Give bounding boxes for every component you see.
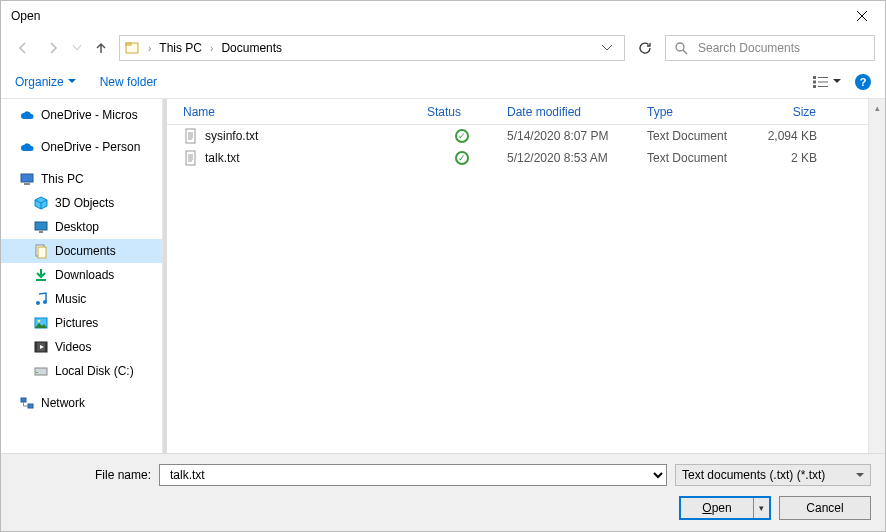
search-box[interactable] — [665, 35, 875, 61]
close-button[interactable] — [839, 1, 885, 31]
column-date[interactable]: Date modified — [497, 105, 637, 119]
command-bar: Organize New folder ? — [1, 65, 885, 99]
scroll-up-icon[interactable]: ▴ — [869, 99, 885, 116]
file-row[interactable]: sysinfo.txt✓5/14/2020 8:07 PMText Docume… — [167, 125, 885, 147]
file-name: talk.txt — [205, 151, 240, 165]
organize-label: Organize — [15, 75, 64, 89]
file-type: Text Document — [637, 129, 757, 143]
vertical-scrollbar[interactable]: ▴ — [868, 99, 885, 453]
close-icon — [857, 11, 867, 21]
svg-rect-28 — [186, 151, 195, 165]
svg-rect-14 — [38, 247, 46, 258]
breadcrumb-chevron-icon[interactable]: › — [208, 43, 215, 54]
svg-rect-12 — [39, 231, 43, 233]
sidebar-item-label: Local Disk (C:) — [55, 364, 134, 378]
column-size[interactable]: Size — [757, 105, 837, 119]
breadcrumb-this-pc[interactable]: This PC — [155, 37, 206, 59]
view-options-button[interactable] — [813, 74, 841, 90]
filename-input[interactable]: talk.txt — [159, 464, 667, 486]
file-row[interactable]: talk.txt✓5/12/2020 8:53 AMText Document2… — [167, 147, 885, 169]
address-bar[interactable]: › This PC › Documents — [119, 35, 625, 61]
sidebar-item[interactable]: Music — [1, 287, 162, 311]
downloads-icon — [33, 267, 49, 283]
svg-rect-23 — [35, 368, 47, 375]
svg-point-2 — [676, 43, 684, 51]
sidebar-item-label: Network — [41, 396, 85, 410]
network-icon — [19, 395, 35, 411]
arrow-right-icon — [46, 41, 60, 55]
file-date: 5/12/2020 8:53 AM — [497, 151, 637, 165]
nav-row: › This PC › Documents — [1, 31, 885, 65]
file-type: Text Document — [637, 151, 757, 165]
back-button[interactable] — [11, 36, 35, 60]
svg-rect-22 — [45, 342, 47, 352]
new-folder-button[interactable]: New folder — [100, 75, 157, 89]
sidebar-item[interactable]: 3D Objects — [1, 191, 162, 215]
text-file-icon — [183, 128, 199, 144]
help-button[interactable]: ? — [855, 74, 871, 90]
pictures-icon — [33, 315, 49, 331]
open-dropdown[interactable]: ▾ — [753, 498, 769, 518]
3d-icon — [33, 195, 49, 211]
search-input[interactable] — [696, 40, 866, 56]
svg-rect-25 — [21, 398, 26, 402]
sidebar-item-label: Downloads — [55, 268, 114, 282]
column-type[interactable]: Type — [637, 105, 757, 119]
history-dropdown[interactable] — [71, 36, 83, 60]
svg-rect-10 — [24, 183, 30, 185]
sidebar-item[interactable]: Videos — [1, 335, 162, 359]
folder-location-icon — [124, 40, 140, 56]
cloud-blue-icon — [19, 139, 35, 155]
navigation-pane[interactable]: OneDrive - MicrosOneDrive - PersonThis P… — [1, 99, 163, 453]
sidebar-item[interactable]: OneDrive - Person — [1, 135, 162, 159]
footer-area: File name: talk.txt Text documents (.txt… — [1, 453, 885, 532]
file-type-filter[interactable]: Text documents (.txt) (*.txt) — [675, 464, 871, 486]
arrow-up-icon — [94, 41, 108, 55]
sidebar-item[interactable]: Local Disk (C:) — [1, 359, 162, 383]
file-date: 5/14/2020 8:07 PM — [497, 129, 637, 143]
sidebar-item[interactable]: Desktop — [1, 215, 162, 239]
column-name[interactable]: Name — [167, 105, 417, 119]
open-button[interactable]: Open ▾ — [679, 496, 771, 520]
svg-point-19 — [38, 320, 41, 323]
organize-menu[interactable]: Organize — [15, 75, 76, 89]
text-file-icon — [183, 150, 199, 166]
sidebar-item[interactable]: Documents — [1, 239, 162, 263]
sidebar-item[interactable]: Downloads — [1, 263, 162, 287]
svg-rect-4 — [818, 77, 828, 78]
sidebar-item[interactable]: Pictures — [1, 311, 162, 335]
svg-rect-21 — [35, 342, 37, 352]
videos-icon — [33, 339, 49, 355]
column-headers: Name Status Date modified Type Size — [167, 99, 885, 125]
sidebar-item[interactable]: This PC — [1, 167, 162, 191]
svg-rect-1 — [126, 43, 131, 45]
titlebar: Open — [1, 1, 885, 31]
up-button[interactable] — [89, 36, 113, 60]
file-size: 2 KB — [757, 151, 837, 165]
breadcrumb-dropdown[interactable] — [594, 45, 620, 51]
file-pane: Name Status Date modified Type Size sysi… — [167, 99, 885, 453]
column-status[interactable]: Status — [417, 105, 497, 119]
sidebar-item-label: 3D Objects — [55, 196, 114, 210]
breadcrumb-root-chevron-icon[interactable]: › — [146, 43, 153, 54]
pc-icon — [19, 171, 35, 187]
sidebar-item-label: This PC — [41, 172, 84, 186]
sidebar-item-label: Music — [55, 292, 86, 306]
forward-button[interactable] — [41, 36, 65, 60]
sidebar-item[interactable]: OneDrive - Micros — [1, 103, 162, 127]
disk-icon — [33, 363, 49, 379]
refresh-button[interactable] — [631, 35, 659, 61]
sidebar-item[interactable]: Network — [1, 391, 162, 415]
file-size: 2,094 KB — [757, 129, 837, 143]
filter-label: Text documents (.txt) (*.txt) — [682, 468, 825, 482]
svg-rect-24 — [36, 372, 38, 373]
file-list[interactable]: sysinfo.txt✓5/14/2020 8:07 PMText Docume… — [167, 125, 885, 453]
sidebar-item-label: Documents — [55, 244, 116, 258]
window-title: Open — [11, 9, 839, 23]
arrow-left-icon — [16, 41, 30, 55]
chevron-down-icon — [856, 473, 864, 478]
breadcrumb-documents[interactable]: Documents — [217, 37, 286, 59]
chevron-down-icon — [602, 45, 612, 51]
cancel-button[interactable]: Cancel — [779, 496, 871, 520]
svg-rect-11 — [35, 222, 47, 230]
